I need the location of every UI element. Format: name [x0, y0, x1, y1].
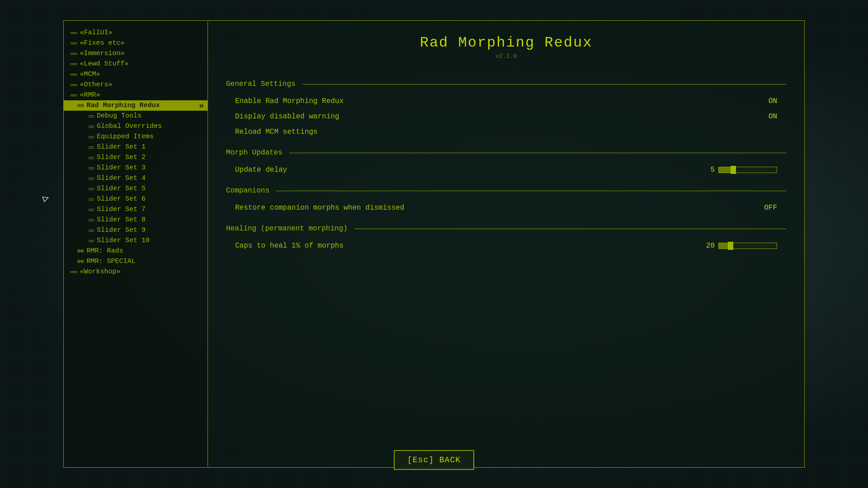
- caps-to-heal-slider-container: 20: [701, 242, 777, 250]
- page-icon: ◻: [89, 217, 94, 223]
- restore-companion-value[interactable]: OFF: [750, 204, 777, 212]
- setting-caps-to-heal: Caps to heal 1% of morphs 20: [226, 238, 786, 253]
- folder-icon: ▭: [71, 40, 77, 47]
- sidebar-item-slider-set-1[interactable]: ◻ Slider Set 1: [82, 142, 208, 152]
- sidebar: ▭ «FallUI» ▭ «Fixes etc» ▭ «Immersion» ▭…: [63, 20, 208, 468]
- sidebar-item-slider-set-7[interactable]: ◻ Slider Set 7: [82, 204, 208, 215]
- caps-to-heal-thumb[interactable]: [728, 242, 733, 250]
- folder-icon: ▭: [71, 50, 77, 57]
- sidebar-item-slider-set-5[interactable]: ◻ Slider Set 5: [82, 183, 208, 194]
- page-icon: ◻: [89, 124, 94, 129]
- page-icon: ◻: [89, 134, 94, 140]
- enable-rmr-value[interactable]: ON: [750, 97, 777, 105]
- sidebar-item-debug-tools[interactable]: ◻ Debug Tools: [82, 111, 208, 121]
- folder-icon: ▭: [71, 29, 77, 36]
- page-icon: ◻: [89, 155, 94, 160]
- section-general: General Settings: [226, 80, 786, 88]
- sidebar-item-slider-set-10[interactable]: ◻ Slider Set 10: [82, 235, 208, 246]
- gear-icon: ⚙: [77, 248, 84, 254]
- sidebar-item-rmr-rads[interactable]: ⚙ RMR: Rads: [64, 246, 208, 256]
- back-button[interactable]: [Esc] BACK: [394, 450, 474, 470]
- sidebar-item-others[interactable]: ▭ «Others»: [64, 80, 208, 90]
- page-icon: ◻: [89, 113, 94, 119]
- sidebar-item-mcm[interactable]: ▭ «MCM»: [64, 69, 208, 80]
- sidebar-item-slider-set-2[interactable]: ◻ Slider Set 2: [82, 152, 208, 163]
- sidebar-item-rad-morphing[interactable]: ⚙ Rad Morphing Redux: [64, 100, 208, 111]
- page-icon: ◻: [89, 186, 94, 192]
- setting-update-delay: Update delay 5: [226, 162, 786, 178]
- content-panel: Rad Morphing Redux v2.2.0 General Settin…: [208, 20, 805, 468]
- page-icon: ◻: [89, 197, 94, 202]
- folder-icon: ▭: [71, 71, 77, 78]
- gear-icon: ⚙: [77, 258, 84, 265]
- setting-reload-mcm: Reload MCM settings: [226, 124, 786, 140]
- update-delay-slider-container: 5: [701, 166, 777, 174]
- update-delay-value: 5: [701, 166, 715, 174]
- page-icon: ◻: [89, 238, 94, 244]
- sidebar-item-slider-set-3[interactable]: ◻ Slider Set 3: [82, 163, 208, 173]
- page-icon: ◻: [89, 228, 94, 233]
- update-delay-thumb[interactable]: [731, 166, 736, 174]
- page-icon: ◻: [89, 176, 94, 181]
- folder-icon: ▭: [71, 92, 77, 99]
- setting-enable-rmr: Enable Rad Morphing Redux ON: [226, 94, 786, 109]
- sidebar-item-slider-set-9[interactable]: ◻ Slider Set 9: [82, 225, 208, 235]
- page-icon: ◻: [89, 145, 94, 150]
- setting-display-warning: Display disabled warning ON: [226, 109, 786, 124]
- sidebar-item-lewd[interactable]: ▭ «Lewd Stuff»: [64, 59, 208, 69]
- update-delay-slider[interactable]: [718, 167, 777, 173]
- sidebar-item-global-overrides[interactable]: ◻ Global Overrides: [82, 121, 208, 131]
- sidebar-item-slider-set-6[interactable]: ◻ Slider Set 6: [82, 194, 208, 204]
- sidebar-item-fallui[interactable]: ▭ «FallUI»: [64, 28, 208, 38]
- folder-icon: ▭: [71, 81, 77, 88]
- folder-icon: ▭: [71, 268, 77, 275]
- sidebar-item-slider-set-8[interactable]: ◻ Slider Set 8: [82, 215, 208, 225]
- sidebar-item-fixes[interactable]: ▭ «Fixes etc»: [64, 38, 208, 48]
- page-icon: ◻: [89, 165, 94, 171]
- panel-version: v2.2.0: [226, 53, 786, 60]
- sidebar-sub-items: ◻ Debug Tools ◻ Global Overrides ◻ Equip…: [64, 111, 208, 246]
- sidebar-item-immersion[interactable]: ▭ «Immersion»: [64, 48, 208, 59]
- sidebar-item-rmr-folder[interactable]: ▭ «RMR»: [64, 90, 208, 100]
- section-companions: Companions: [226, 187, 786, 195]
- panel-title: Rad Morphing Redux: [226, 34, 786, 51]
- gear-icon: ⚙: [77, 102, 84, 109]
- section-morph-updates: Morph Updates: [226, 149, 786, 157]
- sidebar-item-slider-set-4[interactable]: ◻ Slider Set 4: [82, 173, 208, 183]
- sidebar-item-workshop[interactable]: ▭ «Workshop»: [64, 267, 208, 277]
- folder-icon: ▭: [71, 61, 77, 67]
- page-icon: ◻: [89, 207, 94, 212]
- main-container: ▭ «FallUI» ▭ «Fixes etc» ▭ «Immersion» ▭…: [63, 20, 805, 468]
- sidebar-item-rmr-special[interactable]: ⚙ RMR: SPECIAL: [64, 256, 208, 267]
- display-warning-value[interactable]: ON: [750, 113, 777, 121]
- section-healing: Healing (permanent morphing): [226, 225, 786, 233]
- setting-restore-companion: Restore companion morphs when dismissed …: [226, 200, 786, 216]
- caps-to-heal-value: 20: [701, 242, 715, 250]
- caps-to-heal-slider[interactable]: [718, 243, 777, 249]
- bottom-bar: [Esc] BACK: [394, 450, 474, 470]
- sidebar-item-equipped-items[interactable]: ◻ Equipped Items: [82, 131, 208, 142]
